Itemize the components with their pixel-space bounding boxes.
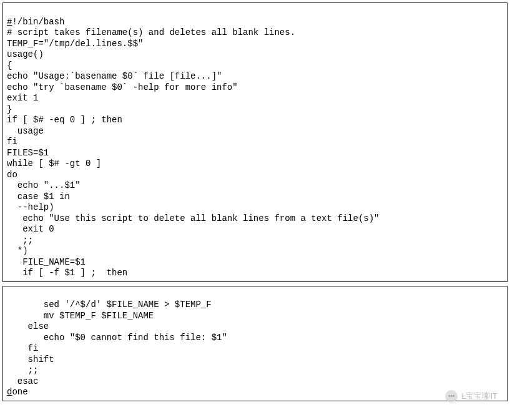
code-line: usage()	[7, 49, 44, 59]
code-line: FILE_NAME=$1	[7, 257, 86, 267]
code-line: esac	[7, 376, 38, 386]
code-line: echo "$0 cannot find this file: $1"	[7, 333, 227, 343]
code-line: fi	[7, 343, 38, 353]
code-line: ;;	[7, 365, 38, 375]
code-line: --help)	[7, 202, 54, 212]
code-line: mv $TEMP_F $FILE_NAME	[7, 311, 154, 321]
code-line: # script takes filename(s) and deletes a…	[7, 27, 295, 37]
watermark-icon: •••	[445, 390, 458, 403]
code-line: exit 1	[7, 93, 38, 103]
code-line: case $1 in	[7, 192, 70, 202]
code-line: echo "...$1"	[7, 180, 81, 190]
code-line: if [ -f $1 ] ; then	[7, 268, 127, 278]
code-line: exit 0	[7, 224, 54, 234]
code-line: !/bin/bash	[12, 17, 64, 27]
code-line: do	[7, 170, 17, 180]
code-box-2: sed '/^$/d' $FILE_NAME > $TEMP_F mv $TEM…	[2, 286, 508, 401]
code-line: shift	[7, 354, 54, 364]
watermark: ••• L宝宝聊IT	[445, 390, 498, 403]
code-line: {	[7, 61, 12, 71]
code-line: one	[12, 387, 27, 397]
code-line: usage	[7, 126, 44, 136]
code-line: else	[7, 321, 49, 331]
code-line: if [ $# -eq 0 ] ; then	[7, 115, 122, 125]
code-line: echo "try `basename $0` -help for more i…	[7, 82, 238, 92]
code-line: TEMP_F="/tmp/del.lines.$$"	[7, 39, 143, 49]
code-box-1: #!/bin/bash # script takes filename(s) a…	[2, 2, 508, 282]
code-line: }	[7, 104, 12, 114]
code-line: ;;	[7, 235, 33, 245]
code-line: sed '/^$/d' $FILE_NAME > $TEMP_F	[7, 300, 212, 310]
code-line: FILES=$1	[7, 148, 49, 158]
code-line: *)	[7, 246, 28, 256]
code-line: while [ $# -gt 0 ]	[7, 159, 101, 168]
code-line: fi	[7, 137, 17, 147]
code-line: echo "Use this script to delete all blan…	[7, 213, 380, 223]
watermark-text: L宝宝聊IT	[461, 391, 498, 401]
code-line: echo "Usage:`basename $0` file [file...]…	[7, 71, 222, 81]
